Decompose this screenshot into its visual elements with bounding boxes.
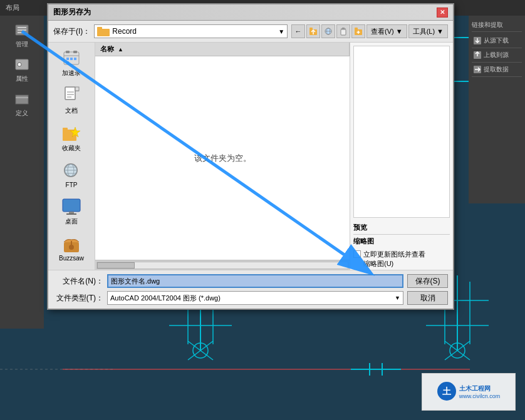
filetype-label: 文件类型(T)： [53,293,103,304]
save-button[interactable]: 保存(S) [407,274,448,288]
svg-rect-63 [65,87,75,100]
recent-icon [61,49,81,67]
scrollbar[interactable] [95,260,350,270]
save-in-row: 保存于(I)： Record ▼ ← [48,21,453,43]
svg-rect-57 [73,51,77,53]
svg-rect-70 [63,128,68,130]
file-list-content: 该文件夹为空。 [95,56,350,260]
cancel-button[interactable]: 取消 [407,291,448,305]
filename-input[interactable] [107,274,403,288]
svg-rect-62 [66,61,69,64]
up-folder-button[interactable] [306,24,320,38]
ftp-icon [61,162,81,180]
dialog-close-button[interactable]: ✕ [437,8,448,18]
watermark-text: 土木工程网 [459,384,501,393]
svg-rect-60 [70,58,73,60]
save-in-dropdown-arrow: ▼ [278,28,284,35]
save-in-label: 保存于(I)： [53,26,90,37]
view-label: 查看(V) [371,27,394,36]
preview-box [353,46,450,218]
search-web-button[interactable] [321,24,335,38]
thumbnail-label: 缩略图 [350,235,453,248]
nav-label-favorites: 收藏夹 [62,144,81,153]
col-name[interactable]: 名称 ▲ [95,43,350,56]
save-btn-label: 保存(S) [415,276,440,287]
thumbnail-checkbox-label: 立即更新图纸并查看缩略图(U) [363,250,425,268]
filename-label: 文件名(N)： [53,276,103,287]
svg-rect-40 [97,29,110,36]
svg-rect-61 [74,58,76,60]
filetype-row: 文件类型(T)： AutoCAD 2004/LT2004 图形 (*.dwg) … [53,291,448,305]
nav-item-ftp[interactable]: FTP [49,158,93,192]
folder-icon-small [97,26,110,36]
nav-label-desktop: 桌面 [65,217,78,226]
save-in-dropdown[interactable]: Record ▼ [94,24,288,38]
nav-item-desktop[interactable]: 桌面 [49,194,93,230]
save-in-toolbar: ← 查看(V) ▼ 工具(L) ▼ [291,24,448,38]
svg-rect-41 [97,27,102,29]
filetype-arrow: ▼ [395,295,400,301]
dialog-titlebar: 图形另存为 ✕ [48,4,453,21]
file-list-area: 名称 ▲ 该文件夹为空。 [95,43,350,270]
filename-row: 文件名(N)： 保存(S) [53,274,448,288]
svg-rect-59 [66,58,69,60]
filetype-value: AutoCAD 2004/LT2004 图形 (*.dwg) [110,294,221,303]
svg-rect-78 [63,199,80,212]
nav-label-ftp: FTP [66,182,78,188]
col-name-arrow: ▲ [118,46,123,53]
dialog-overlay: 图形另存为 ✕ 保存于(I)： Record ▼ ← [0,0,525,420]
tools-arrow: ▼ [437,28,444,35]
nav-item-favorites[interactable]: 收藏夹 [49,121,93,156]
view-menu-button[interactable]: 查看(V) ▼ [366,24,407,38]
preview-label: 预览 [350,221,453,234]
nav-item-buzzsaw[interactable]: Buzzsaw [49,232,93,265]
tools-menu-button[interactable]: 工具(L) ▼ [408,24,448,38]
svg-rect-56 [66,51,70,53]
dialog-nav: 加速录 文档 [48,43,95,270]
svg-rect-52 [355,28,358,30]
scrollbar-thumb[interactable] [97,262,135,269]
watermark-url: www.civilcn.com [459,393,501,399]
cancel-btn-label: 取消 [420,293,435,304]
watermark-logo: 土 [437,382,456,401]
filetype-select[interactable]: AutoCAD 2004/LT2004 图形 (*.dwg) ▼ [107,291,403,305]
nav-label-recent: 加速录 [62,69,81,78]
thumbnail-checkbox[interactable] [353,250,361,258]
svg-text:土: 土 [442,386,452,396]
thumbnail-checkbox-row: 立即更新图纸并查看缩略图(U) [350,248,453,270]
buzzsaw-icon [61,235,81,253]
watermark: 土 土木工程网 www.civilcn.com [422,373,516,411]
desktop-icon [61,198,81,215]
svg-rect-65 [75,87,79,91]
preview-area: 预览 缩略图 立即更新图纸并查看缩略图(U) [350,43,453,270]
scrollbar-track[interactable] [96,262,348,269]
nav-item-docs[interactable]: 文档 [49,83,93,119]
svg-rect-48 [341,29,346,35]
dialog-bottom: 文件名(N)： 保存(S) 文件类型(T)： AutoCAD 2004/LT20… [48,270,453,309]
back-button[interactable]: ← [291,24,305,38]
svg-rect-81 [66,213,76,215]
svg-rect-43 [309,28,313,30]
view-arrow: ▼ [396,28,403,35]
tools-label: 工具(L) [413,27,435,36]
delete-button[interactable] [336,24,350,38]
docs-icon [61,87,81,105]
svg-point-77 [65,164,77,177]
dialog-title: 图形另存为 [53,7,91,18]
nav-label-docs: 文档 [65,106,78,115]
empty-folder-message: 该文件夹为空。 [194,153,251,164]
save-as-dialog: 图形另存为 ✕ 保存于(I)： Record ▼ ← [47,3,454,310]
col-name-label: 名称 [100,45,114,53]
dialog-body: 加速录 文档 [48,43,453,270]
nav-label-buzzsaw: Buzzsaw [59,255,84,262]
new-folder-button[interactable] [351,24,365,38]
svg-point-83 [69,245,74,250]
file-list-header: 名称 ▲ [95,43,350,56]
favorites-icon [61,125,81,142]
nav-item-recent[interactable]: 加速录 [49,46,93,81]
save-in-value: Record [112,27,137,36]
